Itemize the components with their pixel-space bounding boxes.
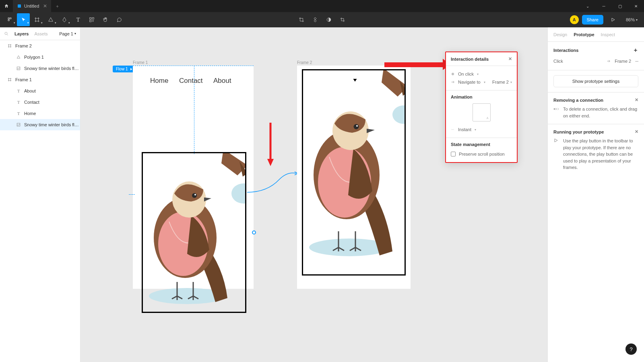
svg-point-28 [452, 74, 453, 74]
crop-image-icon [340, 17, 345, 23]
bird-image-1[interactable] [142, 152, 246, 313]
hand-tool[interactable] [99, 13, 112, 26]
prototype-tab[interactable]: Prototype [574, 32, 594, 37]
document-tab[interactable]: Untitled ✕ [13, 0, 51, 12]
prototype-connector-handle[interactable] [252, 230, 256, 234]
layer-item-polygon[interactable]: Polygon 1 [0, 51, 80, 63]
svg-point-23 [354, 124, 359, 130]
interaction-details-popover: Interaction details ✕ On click ▾ Navigat… [445, 51, 518, 163]
frame1-label[interactable]: Frame 1 [133, 60, 148, 65]
image-icon [16, 66, 21, 71]
frame-icon [7, 77, 12, 82]
layer-item-frame2[interactable]: Frame 2 [0, 40, 80, 51]
frame2-label[interactable]: Frame 2 [297, 60, 312, 65]
layer-item-text[interactable]: T Contact [0, 97, 80, 108]
bird-image-2[interactable] [302, 69, 406, 276]
help1-title: Removing a connection [553, 98, 603, 103]
frame1[interactable]: Home Contact About [133, 66, 254, 289]
frame2[interactable] [297, 66, 411, 289]
help-fab[interactable]: ? [625, 343, 637, 355]
page-selector[interactable]: Page 1▾ [59, 31, 76, 36]
search-icon[interactable] [4, 31, 9, 36]
design-tab[interactable]: Design [553, 32, 567, 37]
polygon-icon [16, 55, 21, 60]
crop-image-tool[interactable] [336, 13, 349, 26]
navigate-icon [451, 80, 455, 84]
crop-tool[interactable] [295, 13, 308, 26]
main-menu-button[interactable]: ▾ [3, 13, 16, 26]
layer-item-image[interactable]: Snowy time winter birds flying... [0, 63, 80, 74]
svg-rect-1 [8, 18, 10, 19]
nav-home[interactable]: Home [150, 77, 168, 85]
hand-icon [103, 17, 108, 23]
user-avatar[interactable]: A [570, 15, 579, 24]
layer-item-text[interactable]: T About [0, 85, 80, 97]
nav-about[interactable]: About [213, 77, 231, 85]
frame-tool[interactable]: ▾ [31, 13, 43, 26]
canvas[interactable]: Flow 1 Frame 1 Home Contact About [80, 27, 547, 362]
text-tool[interactable]: T [72, 13, 85, 26]
pen-tool[interactable]: ▾ [58, 13, 71, 26]
assets-tab[interactable]: Assets [34, 31, 47, 36]
help2-body: Use the play button in the toolbar to pl… [563, 138, 638, 171]
maximize-button[interactable]: ▢ [612, 0, 628, 12]
chevron-down-button[interactable]: ⌄ [580, 0, 596, 12]
triangle-down-icon [352, 78, 358, 82]
svg-rect-9 [17, 67, 20, 70]
bird-illustration [143, 153, 246, 313]
home-button[interactable] [0, 0, 13, 12]
interaction-row[interactable]: Click Frame 2 ─ [553, 57, 638, 65]
comment-icon [116, 17, 122, 23]
layer-item-frame1[interactable]: Frame 1 [0, 74, 80, 85]
pen-icon [62, 17, 67, 23]
animation-preview[interactable] [473, 103, 491, 121]
svg-rect-5 [92, 18, 94, 19]
target-dropdown[interactable]: Frame 2 ▾ [492, 80, 512, 84]
popover-title: Interaction details [451, 57, 489, 62]
interactions-title: Interactions [553, 48, 578, 53]
close-popover-button[interactable]: ✕ [508, 56, 512, 62]
home-icon [4, 4, 9, 8]
state-section-title: State management [451, 142, 512, 147]
help2-title: Running your prototype [553, 130, 604, 134]
inspect-tab[interactable]: Inspect [601, 32, 615, 37]
trigger-dropdown[interactable]: On click ▾ [451, 70, 512, 78]
add-tab-button[interactable]: ＋ [51, 3, 63, 9]
left-panel: Layers Assets Page 1▾ Frame 2 Polygon 1 … [0, 27, 80, 362]
diamond-icon [312, 17, 318, 23]
action-dropdown[interactable]: Navigate to ▾ [451, 80, 485, 84]
close-tab-icon[interactable]: ✕ [43, 3, 47, 9]
close-help1-button[interactable]: ✕ [635, 97, 638, 103]
layers-tab[interactable]: Layers [14, 31, 29, 36]
layer-item-text[interactable]: T Home [0, 108, 80, 119]
svg-point-12 [231, 183, 246, 204]
share-button[interactable]: Share [582, 15, 603, 25]
move-tool[interactable]: ▾ [17, 13, 30, 26]
minimize-button[interactable]: ─ [596, 0, 612, 12]
shape-tool[interactable]: ▾ [44, 13, 57, 26]
toolbar: ▾ ▾ ▾ ▾ ▾ T A [0, 12, 644, 27]
play-outline-icon [553, 138, 559, 144]
mask-tool[interactable] [322, 13, 335, 26]
layer-item-image-selected[interactable]: Snowy time winter birds flying... [0, 119, 80, 130]
window-controls: ⌄ ─ ▢ ✕ [580, 0, 644, 12]
animation-type-dropdown[interactable]: Instant ▾ [451, 125, 512, 134]
cursor-icon [21, 17, 26, 23]
add-interaction-button[interactable]: ＋ [633, 47, 638, 54]
resources-tool[interactable] [85, 13, 98, 26]
comment-tool[interactable] [113, 13, 126, 26]
prototype-connection[interactable] [247, 171, 299, 195]
close-help2-button[interactable]: ✕ [635, 129, 638, 134]
present-button[interactable] [607, 13, 619, 26]
document-title: Untitled [24, 4, 39, 8]
nav-contact[interactable]: Contact [179, 77, 203, 85]
checkbox-icon [451, 152, 456, 156]
prototype-settings-button[interactable]: Show prototype settings [553, 75, 638, 87]
component-tool[interactable] [309, 13, 322, 26]
right-panel: Design Prototype Inspect Interactions ＋ … [547, 27, 644, 362]
close-window-button[interactable]: ✕ [628, 0, 644, 12]
zoom-dropdown[interactable]: 86%▾ [623, 17, 641, 22]
preserve-scroll-checkbox[interactable]: Preserve scroll position [451, 150, 512, 158]
text-icon: T [16, 100, 21, 105]
remove-interaction-button[interactable]: ─ [635, 59, 638, 64]
